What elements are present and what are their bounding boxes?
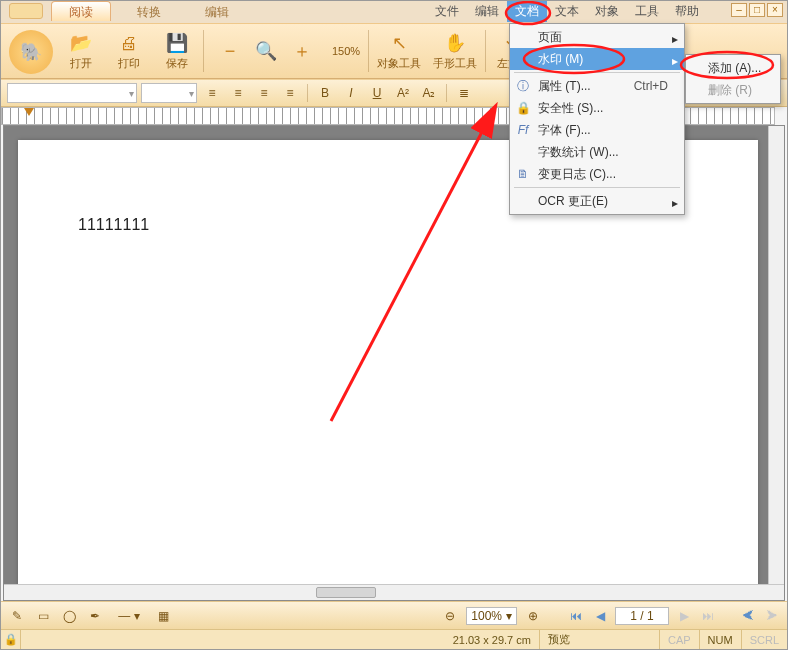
menu-item-label: 页面 xyxy=(538,29,562,46)
folder-open-icon: 📂 xyxy=(69,31,93,55)
menu-separator xyxy=(514,72,680,73)
status-bar: 🔒 21.03 x 29.7 cm 预览 CAP NUM SCRL xyxy=(1,629,787,649)
underline-button[interactable]: U xyxy=(366,83,388,103)
menu-item-font[interactable]: Ff 字体 (F)... xyxy=(510,119,684,141)
menu-item-label: 字体 (F)... xyxy=(538,122,591,139)
printer-icon: 🖨 xyxy=(117,31,141,55)
zoom-value[interactable]: 150% xyxy=(326,24,366,78)
back-history-button[interactable]: ⮜ xyxy=(739,607,757,625)
ellipse-tool-button[interactable]: ◯ xyxy=(59,606,79,626)
document-menu-dropdown: 页面 ▸ 水印 (M) ▸ ⓘ 属性 (T)... Ctrl+D 🔒 安全性 (… xyxy=(509,23,685,215)
scrl-indicator: SCRL xyxy=(742,630,787,649)
menu-item-changelog[interactable]: 🗎 变更日志 (C)... xyxy=(510,163,684,185)
vertical-scrollbar[interactable] xyxy=(768,126,784,584)
plus-icon: ＋ xyxy=(290,39,314,63)
align-left-button[interactable]: ≡ xyxy=(201,83,223,103)
page-field[interactable]: 1 / 1 xyxy=(615,607,669,625)
menu-item-wordcount[interactable]: 字数统计 (W)... xyxy=(510,141,684,163)
scroll-thumb[interactable] xyxy=(316,587,376,598)
bold-button[interactable]: B xyxy=(314,83,336,103)
next-page-button[interactable]: ▶ xyxy=(675,607,693,625)
hand-icon: ✋ xyxy=(443,31,467,55)
menu-item-security[interactable]: 🔒 安全性 (S)... xyxy=(510,97,684,119)
save-button[interactable]: 💾 保存 xyxy=(153,24,201,78)
window-maximize-button[interactable]: □ xyxy=(749,3,765,17)
menu-file[interactable]: 文件 xyxy=(427,1,467,22)
submenu-arrow-icon: ▸ xyxy=(672,196,678,210)
prop-tool-button[interactable]: ▦ xyxy=(153,606,173,626)
magnifier-icon: 🔍 xyxy=(254,39,278,63)
zoom-reset-button[interactable]: 🔍 xyxy=(254,24,278,78)
menu-item-properties[interactable]: ⓘ 属性 (T)... Ctrl+D xyxy=(510,75,684,97)
hand-tool-button[interactable]: ✋ 手形工具 xyxy=(427,24,483,78)
align-justify-button[interactable]: ≡ xyxy=(279,83,301,103)
menu-item-label: 属性 (T)... xyxy=(538,78,591,95)
menu-item-label: 变更日志 (C)... xyxy=(538,166,616,183)
menu-text[interactable]: 文本 xyxy=(547,1,587,22)
zoom-combo[interactable]: 100%▾ xyxy=(466,607,517,625)
menubar: 阅读 转换 编辑 文件 编辑 文档 文本 对象 工具 帮助 – □ × xyxy=(1,1,787,23)
submenu-item-remove[interactable]: 删除 (R) xyxy=(686,79,780,101)
open-button[interactable]: 📂 打开 xyxy=(57,24,105,78)
menu-item-label: 安全性 (S)... xyxy=(538,100,603,117)
zoom-out-small-button[interactable]: ⊖ xyxy=(440,606,460,626)
pen-tool-button[interactable]: ✒ xyxy=(85,606,105,626)
align-right-button[interactable]: ≡ xyxy=(253,83,275,103)
app-logo-icon[interactable]: 🐘 xyxy=(9,30,53,74)
last-page-button[interactable]: ⏭ xyxy=(699,607,717,625)
document-text[interactable]: 11111111 xyxy=(78,216,149,234)
zoom-combo-value: 100% xyxy=(471,609,502,623)
zoom-in-button[interactable]: ＋ xyxy=(278,24,326,78)
edit-tool-button[interactable]: ✎ xyxy=(7,606,27,626)
menu-document[interactable]: 文档 xyxy=(507,1,547,22)
menu-item-watermark[interactable]: 水印 (M) ▸ xyxy=(510,48,684,70)
menu-edit[interactable]: 编辑 xyxy=(467,1,507,22)
menu-tools[interactable]: 工具 xyxy=(627,1,667,22)
zoom-out-button[interactable]: − xyxy=(206,24,254,78)
tab-convert[interactable]: 转换 xyxy=(119,1,179,21)
font-family-combo[interactable]: ▾ xyxy=(7,83,137,103)
submenu-item-add[interactable]: 添加 (A)... xyxy=(686,57,780,79)
subscript-button[interactable]: A₂ xyxy=(418,83,440,103)
object-tool-label: 对象工具 xyxy=(377,56,421,71)
first-page-button[interactable]: ⏮ xyxy=(567,607,585,625)
tab-edit[interactable]: 编辑 xyxy=(187,1,247,21)
italic-button[interactable]: I xyxy=(340,83,362,103)
lock-icon[interactable]: 🔒 xyxy=(1,629,21,649)
object-tool-button[interactable]: ↖ 对象工具 xyxy=(371,24,427,78)
align-center-button[interactable]: ≡ xyxy=(227,83,249,103)
window-close-button[interactable]: × xyxy=(767,3,783,17)
indent-marker-icon[interactable] xyxy=(24,108,34,116)
superscript-button[interactable]: A² xyxy=(392,83,414,103)
num-indicator: NUM xyxy=(700,630,742,649)
menu-item-ocr[interactable]: OCR 更正(E) ▸ xyxy=(510,190,684,212)
fwd-history-button[interactable]: ⮞ xyxy=(763,607,781,625)
window-minimize-button[interactable]: – xyxy=(731,3,747,17)
view-mode[interactable]: 预览 xyxy=(540,630,660,649)
zoom-in-small-button[interactable]: ⊕ xyxy=(523,606,543,626)
tab-read[interactable]: 阅读 xyxy=(51,1,111,21)
font-size-combo[interactable]: ▾ xyxy=(141,83,197,103)
page-dimensions: 21.03 x 29.7 cm xyxy=(445,630,540,649)
italic-label: I xyxy=(349,86,352,100)
line-style-button[interactable]: ― ▾ xyxy=(111,606,147,626)
menu-item-label: OCR 更正(E) xyxy=(538,193,608,210)
underline-label: U xyxy=(373,86,382,100)
menu-object[interactable]: 对象 xyxy=(587,1,627,22)
menu-help[interactable]: 帮助 xyxy=(667,1,707,22)
lock-icon: 🔒 xyxy=(515,100,531,116)
minus-icon: − xyxy=(218,39,242,63)
print-button[interactable]: 🖨 打印 xyxy=(105,24,153,78)
chevron-down-icon: ▾ xyxy=(506,609,512,623)
menu-item-page[interactable]: 页面 ▸ xyxy=(510,26,684,48)
rect-tool-button[interactable]: ▭ xyxy=(33,606,53,626)
window-controls: – □ × xyxy=(731,3,783,17)
toolbar-separator xyxy=(485,30,486,72)
watermark-submenu: 添加 (A)... 删除 (R) xyxy=(685,54,781,104)
app-handle[interactable] xyxy=(9,3,43,19)
prev-page-button[interactable]: ◀ xyxy=(591,607,609,625)
list-button[interactable]: ≣ xyxy=(453,83,475,103)
top-menus: 文件 编辑 文档 文本 对象 工具 帮助 xyxy=(427,1,707,22)
menu-item-label: 字数统计 (W)... xyxy=(538,144,619,161)
horizontal-scrollbar[interactable] xyxy=(4,584,784,600)
